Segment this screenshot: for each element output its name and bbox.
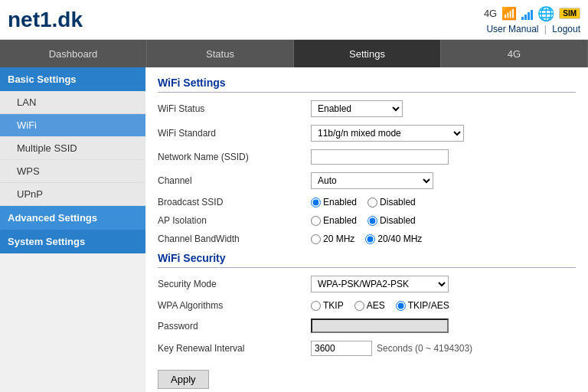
bandwidth-20-40mhz[interactable]: 20/40 MHz: [365, 234, 422, 244]
wifi-standard-control: 11b/g/n mixed mode 11b only 11g only 11n…: [311, 125, 464, 142]
header-links: User Manual | Logout: [486, 24, 580, 34]
wifi-standard-select[interactable]: 11b/g/n mixed mode 11b only 11g only 11n…: [311, 125, 464, 142]
ap-isolation-row: AP Isolation Enabled Disabled: [158, 215, 576, 226]
security-mode-control: WPA-PSK/WPA2-PSK WPA-PSK WPA2-PSK WEP No…: [311, 276, 449, 292]
ap-isolation-disabled[interactable]: Disabled: [368, 215, 416, 226]
broadcast-ssid-row: Broadcast SSID Enabled Disabled: [158, 197, 576, 207]
password-input[interactable]: [311, 318, 449, 333]
key-renewal-label: Key Renewal Interval: [158, 343, 311, 354]
broadcast-ssid-enabled-radio[interactable]: [311, 198, 321, 207]
wifi-settings-title: WiFi Settings: [158, 77, 576, 93]
wpa-algorithms-label: WPA Algorithms: [158, 300, 311, 311]
wpa-tkip[interactable]: TKIP: [311, 300, 344, 311]
wifi-standard-row: WiFi Standard 11b/g/n mixed mode 11b onl…: [158, 125, 576, 142]
password-control: [311, 318, 449, 333]
wifi-security-title: WiFi Security: [158, 252, 576, 268]
wpa-tkip-aes[interactable]: TKIP/AES: [396, 300, 449, 311]
nav-tabs: Dashboard Status Settings 4G: [0, 40, 588, 67]
sidebar-item-lan[interactable]: LAN: [0, 91, 145, 114]
channel-control: Auto 123 456: [311, 172, 433, 189]
tab-settings[interactable]: Settings: [294, 40, 441, 67]
user-manual-link[interactable]: User Manual: [486, 24, 538, 34]
wpa-aes-radio[interactable]: [354, 301, 364, 311]
key-renewal-control: Seconds (0 ~ 4194303): [311, 341, 472, 356]
channel-row: Channel Auto 123 456: [158, 172, 576, 189]
sim-badge: SIM: [559, 8, 580, 19]
logo: net1.dk: [8, 8, 83, 32]
wpa-algorithms-row: WPA Algorithms TKIP AES TKIP/AES: [158, 300, 576, 311]
bandwidth-20mhz[interactable]: 20 MHz: [311, 234, 354, 244]
network-name-control: [311, 149, 449, 165]
apply-button[interactable]: Apply: [158, 370, 209, 389]
sidebar-item-multiple-ssid[interactable]: Multiple SSID: [0, 137, 145, 160]
key-renewal-hint: Seconds (0 ~ 4194303): [377, 343, 472, 354]
wifi-status-control: Enabled Disabled: [311, 100, 403, 117]
channel-label: Channel: [158, 175, 311, 186]
sidebar: Basic Settings LAN WiFi Multiple SSID WP…: [0, 67, 145, 392]
globe-icon: 🌐: [537, 5, 554, 22]
sidebar-section-advanced-settings[interactable]: Advanced Settings: [0, 206, 145, 230]
wpa-algorithms-control: TKIP AES TKIP/AES: [311, 300, 449, 311]
sidebar-section-system-settings[interactable]: System Settings: [0, 230, 145, 253]
logout-link[interactable]: Logout: [552, 24, 580, 34]
key-renewal-input[interactable]: [311, 341, 372, 356]
wifi-status-label: WiFi Status: [158, 103, 311, 114]
broadcast-ssid-control: Enabled Disabled: [311, 197, 416, 207]
security-mode-select[interactable]: WPA-PSK/WPA2-PSK WPA-PSK WPA2-PSK WEP No…: [311, 276, 449, 292]
wpa-aes[interactable]: AES: [354, 300, 385, 311]
sidebar-item-wifi[interactable]: WiFi: [0, 114, 145, 137]
broadcast-ssid-disabled-radio[interactable]: [368, 198, 377, 207]
bandwidth-20mhz-radio[interactable]: [311, 234, 321, 244]
tab-dashboard[interactable]: Dashboard: [0, 40, 147, 67]
network-name-input[interactable]: [311, 149, 449, 165]
ap-isolation-control: Enabled Disabled: [311, 215, 416, 226]
content-area: WiFi Settings WiFi Status Enabled Disabl…: [145, 67, 588, 392]
signal-strength-icon: [521, 8, 533, 20]
wifi-standard-label: WiFi Standard: [158, 128, 311, 139]
ap-isolation-label: AP Isolation: [158, 215, 311, 226]
separator: |: [544, 24, 547, 34]
antenna-icon: 📶: [501, 6, 517, 21]
main-layout: Basic Settings LAN WiFi Multiple SSID WP…: [0, 67, 588, 392]
ap-isolation-enabled-radio[interactable]: [311, 216, 321, 226]
broadcast-ssid-enabled[interactable]: Enabled: [311, 197, 357, 207]
sidebar-section-basic-settings[interactable]: Basic Settings: [0, 67, 145, 91]
security-mode-row: Security Mode WPA-PSK/WPA2-PSK WPA-PSK W…: [158, 276, 576, 292]
channel-bandwidth-label: Channel BandWidth: [158, 234, 311, 244]
channel-bandwidth-control: 20 MHz 20/40 MHz: [311, 234, 422, 244]
password-row: Password: [158, 318, 576, 333]
password-label: Password: [158, 321, 311, 332]
bandwidth-20-40mhz-radio[interactable]: [365, 234, 375, 244]
sidebar-item-wps[interactable]: WPS: [0, 160, 145, 183]
wifi-status-select[interactable]: Enabled Disabled: [311, 100, 403, 117]
broadcast-ssid-label: Broadcast SSID: [158, 197, 311, 207]
wpa-tkip-radio[interactable]: [311, 301, 321, 311]
ap-isolation-disabled-radio[interactable]: [368, 216, 377, 226]
network-name-label: Network Name (SSID): [158, 152, 311, 162]
network-name-row: Network Name (SSID): [158, 149, 576, 165]
tab-4g[interactable]: 4G: [441, 40, 588, 67]
security-mode-label: Security Mode: [158, 279, 311, 289]
channel-bandwidth-row: Channel BandWidth 20 MHz 20/40 MHz: [158, 234, 576, 244]
key-renewal-row: Key Renewal Interval Seconds (0 ~ 419430…: [158, 341, 576, 356]
ap-isolation-enabled[interactable]: Enabled: [311, 215, 357, 226]
wifi-status-row: WiFi Status Enabled Disabled: [158, 100, 576, 117]
sidebar-item-upnp[interactable]: UPnP: [0, 183, 145, 206]
header: net1.dk 4G 📶 🌐 SIM User Manual | Logout: [0, 0, 588, 40]
apply-row: Apply: [158, 364, 576, 389]
tab-status[interactable]: Status: [147, 40, 294, 67]
broadcast-ssid-disabled[interactable]: Disabled: [368, 197, 416, 207]
signal-bar: 4G 📶 🌐 SIM: [484, 5, 580, 22]
signal-label: 4G: [484, 8, 497, 19]
header-right: 4G 📶 🌐 SIM User Manual | Logout: [484, 5, 580, 34]
wpa-tkip-aes-radio[interactable]: [396, 301, 406, 311]
channel-select[interactable]: Auto 123 456: [311, 172, 433, 189]
